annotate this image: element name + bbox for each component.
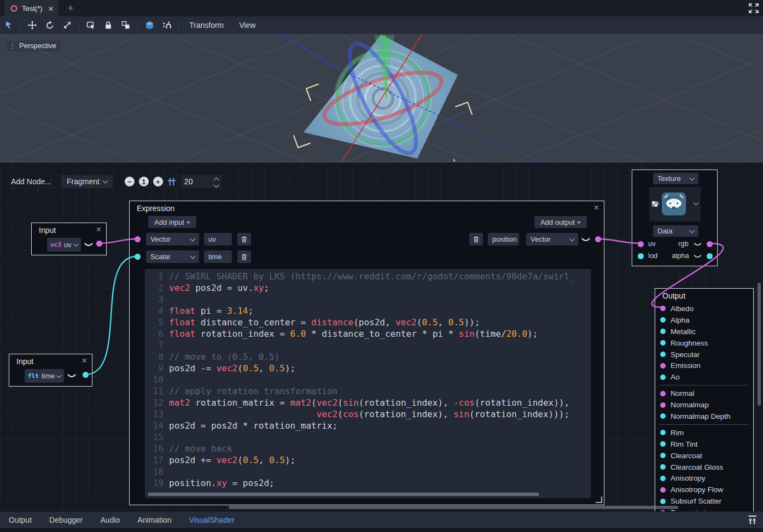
view-menu[interactable]: View <box>231 21 263 30</box>
texture-edit-icon[interactable] <box>651 201 659 208</box>
output-port-albedo[interactable]: Albedo <box>655 303 753 314</box>
output-port-rgb[interactable] <box>707 241 713 247</box>
port-dot[interactable] <box>660 352 666 357</box>
add-output-button[interactable]: Add output + <box>534 216 587 228</box>
port-preview-icon[interactable] <box>694 254 702 259</box>
bottom-tab-audio[interactable]: Audio <box>92 516 129 524</box>
port-dot[interactable] <box>660 476 666 481</box>
snap-distance-spinbox[interactable]: 20 <box>181 175 222 188</box>
output-port-alpha[interactable] <box>707 253 713 259</box>
port-dot[interactable] <box>660 510 666 511</box>
scene-tab-test[interactable]: Test(*) × <box>4 0 59 16</box>
input-port-uv[interactable] <box>135 236 141 242</box>
output-port-anisotropy-flow[interactable]: Anisotropy Flow <box>655 484 753 495</box>
port-dot[interactable] <box>660 329 666 334</box>
add-node-button[interactable]: Add Node... <box>5 175 57 188</box>
close-icon[interactable]: × <box>82 356 87 365</box>
port-preview-icon[interactable] <box>84 242 93 247</box>
zoom-reset-button[interactable]: 1 <box>139 177 149 186</box>
port-dot[interactable] <box>660 464 666 470</box>
close-icon[interactable]: × <box>96 225 101 234</box>
output-port-clearcoat-gloss[interactable]: Clearcoat Gloss <box>655 461 753 473</box>
snap-mode-button[interactable] <box>158 18 176 32</box>
output-port-normal[interactable]: Normal <box>655 388 753 399</box>
port-dot[interactable] <box>660 317 666 323</box>
expression-node[interactable]: Expression × Add input + Add output + Ve… <box>129 201 604 505</box>
port-dot[interactable] <box>660 441 666 447</box>
rotate-tool-button[interactable] <box>41 18 59 32</box>
port-preview-icon[interactable] <box>694 242 702 247</box>
output-port-specular[interactable]: Specular <box>655 349 753 360</box>
zoom-in-button[interactable]: + <box>153 177 163 186</box>
output-port-rim-tint[interactable]: Rim Tint <box>655 439 753 450</box>
spinbox-arrows[interactable] <box>214 177 218 187</box>
tab-close-icon[interactable]: × <box>49 4 54 13</box>
grid-snap-toggle[interactable] <box>167 177 177 186</box>
input-type-dropdown[interactable]: Scalar <box>146 250 199 263</box>
transform-menu[interactable]: Transform <box>182 21 231 30</box>
close-icon[interactable]: × <box>594 203 599 212</box>
graph-vscrollbar[interactable] <box>758 283 761 406</box>
chevron-down-icon[interactable] <box>694 200 699 206</box>
output-port-subsurf-scatter[interactable]: Subsurf Scatter <box>655 495 753 507</box>
group-button[interactable] <box>117 18 135 32</box>
texture-source-dropdown[interactable]: Texture <box>653 173 698 184</box>
output-port-anisotropy[interactable]: Anisotropy <box>655 472 753 484</box>
texture-node[interactable]: Texture <box>632 169 718 266</box>
input-uv-node[interactable]: Input × vc3 uv <box>31 223 107 255</box>
visual-shader-graph[interactable]: Add Node... Fragment − 1 + 20 Input × <box>0 161 763 511</box>
bottom-tab-animation[interactable]: Animation <box>129 516 180 524</box>
graph-hscrollbar[interactable] <box>229 506 678 509</box>
port-dot[interactable] <box>660 363 666 369</box>
perspective-button[interactable]: ⋮ Perspective <box>7 40 61 51</box>
port-dot[interactable] <box>660 430 666 435</box>
move-tool-button[interactable] <box>24 18 41 32</box>
lock-button[interactable] <box>100 18 117 32</box>
output-port-roughness[interactable]: Roughness <box>655 337 753 349</box>
viewport-3d[interactable]: ⋮ Perspective <box>0 34 763 161</box>
zoom-out-button[interactable]: − <box>125 177 135 186</box>
port-dot[interactable] <box>660 413 666 419</box>
input-source-dropdown[interactable]: vc3 uv <box>47 238 81 252</box>
delete-output-button[interactable] <box>469 233 483 245</box>
input-source-dropdown[interactable]: flt time <box>25 369 64 383</box>
input-time-node[interactable]: Input × flt time <box>9 354 92 387</box>
scale-tool-button[interactable] <box>59 18 76 32</box>
port-preview-icon[interactable] <box>67 373 76 378</box>
output-name-field[interactable]: position <box>488 233 519 245</box>
list-select-tool-button[interactable] <box>82 18 100 32</box>
delete-input-button[interactable] <box>237 233 251 245</box>
output-port-normalmap[interactable]: Normalmap <box>655 399 753 411</box>
output-type-dropdown[interactable]: Vector <box>526 233 578 245</box>
add-input-button[interactable]: Add input + <box>148 216 196 228</box>
texture-data-dropdown[interactable]: Data <box>653 225 698 237</box>
port-dot[interactable] <box>660 391 666 396</box>
delete-input-button[interactable] <box>237 250 251 263</box>
output-port-metallic[interactable]: Metallic <box>655 326 753 337</box>
select-tool-button[interactable] <box>0 18 18 32</box>
node-resize-handle[interactable] <box>596 496 602 503</box>
input-type-dropdown[interactable]: Vector <box>146 233 199 245</box>
collapse-panel-icon[interactable] <box>747 515 758 525</box>
port-dot[interactable] <box>660 487 666 493</box>
texture-preview-box[interactable] <box>649 187 701 221</box>
input-port-lod[interactable] <box>638 253 644 259</box>
output-port-ao[interactable]: Ao <box>655 371 753 383</box>
bottom-tab-visualshader[interactable]: VisualShader <box>180 516 243 524</box>
bottom-tab-debugger[interactable]: Debugger <box>40 516 92 524</box>
port-dot[interactable] <box>660 499 666 504</box>
port-preview-icon[interactable] <box>581 237 590 242</box>
bottom-tab-output[interactable]: Output <box>0 516 40 524</box>
output-port-normalmap-depth[interactable]: Normalmap Depth <box>655 411 753 422</box>
output-port-position[interactable] <box>595 236 601 242</box>
shader-stage-dropdown[interactable]: Fragment <box>61 175 113 188</box>
output-port-rim[interactable]: Rim <box>655 427 753 439</box>
input-name-field[interactable]: time <box>204 250 232 263</box>
output-port-emission[interactable]: Emission <box>655 360 753 371</box>
port-dot[interactable] <box>660 453 666 458</box>
input-port-time[interactable] <box>135 254 141 260</box>
new-tab-button[interactable]: + <box>65 1 77 15</box>
output-port-clearcoat[interactable]: Clearcoat <box>655 450 753 461</box>
expression-code[interactable]: 1// SWIRL SHADER by LKS (https://www.red… <box>145 269 591 498</box>
output-node[interactable]: Output AlbedoAlphaMetallicRoughnessSpecu… <box>655 288 754 511</box>
